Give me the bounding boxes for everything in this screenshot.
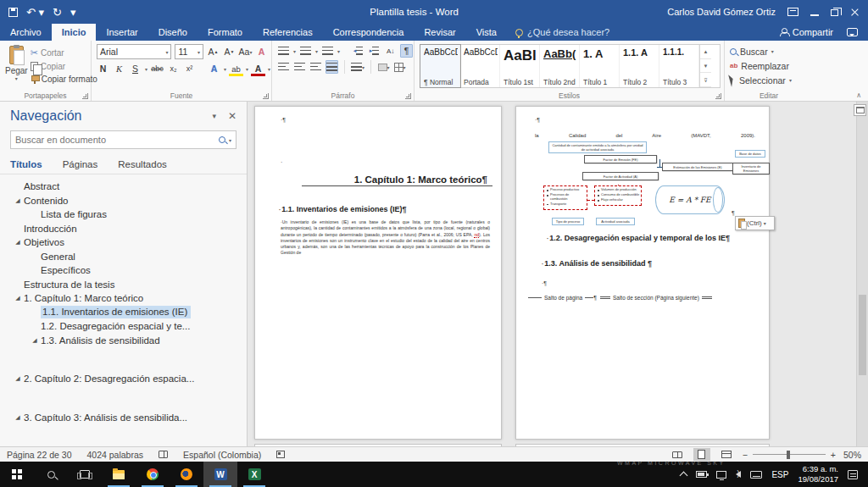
numbering-button[interactable] (299, 44, 312, 58)
tab-correspondencia[interactable]: Correspondencia (323, 24, 415, 41)
paste-button[interactable]: Pegar ▾ (5, 44, 28, 89)
page-indicator[interactable]: Página 22 de 30 (7, 450, 71, 460)
highlight-button[interactable]: ab (230, 62, 242, 75)
change-case-button[interactable]: Aa▾ (239, 45, 252, 58)
nav-tab-titulos[interactable]: Títulos (10, 156, 51, 174)
tab-vista[interactable]: Vista (466, 24, 507, 41)
redo-icon[interactable]: ↻ (53, 7, 62, 18)
nav-item[interactable]: Introducción (0, 222, 247, 236)
borders-button[interactable]: ▾ (393, 60, 406, 74)
styles-more[interactable]: ⊽ (700, 73, 711, 87)
align-left-button[interactable] (277, 60, 290, 74)
start-button[interactable] (0, 462, 34, 487)
touch-keyboard-icon[interactable] (750, 471, 762, 479)
tab-formato[interactable]: Formato (198, 24, 253, 41)
nav-item[interactable]: Lista de figuras (0, 208, 247, 222)
tab-insertar[interactable]: Insertar (96, 24, 147, 41)
align-center-button[interactable] (293, 60, 306, 74)
style-titulo-2nd[interactable]: AaBb(Título 2nd (540, 45, 580, 87)
nav-item[interactable]: ◢1.3. Análisis de sensibilidad (0, 334, 247, 348)
zoom-level[interactable]: 50% (843, 450, 861, 460)
macro-record-icon[interactable] (276, 451, 285, 458)
chrome-button[interactable] (136, 462, 170, 487)
word-count[interactable]: 4024 palabras (86, 450, 143, 460)
action-center-icon[interactable] (848, 470, 858, 479)
style-titulo-3[interactable]: 1.1.1.Título 3 (659, 45, 699, 87)
font-family-combo[interactable]: Arial▾ (97, 44, 171, 59)
taskbar-search-button[interactable] (34, 462, 68, 487)
styles-scroll-up[interactable]: ▲ (700, 45, 711, 59)
justify-button[interactable] (326, 60, 338, 74)
undo-icon[interactable]: ↶ ▾ (26, 7, 44, 18)
nav-item[interactable]: ◢3. Capítulo 3: Análisis de sensibilida.… (0, 411, 247, 425)
document-page-1[interactable]: ·¶ · 1. Capítulo 1: Marco teórico¶ ·1.1.… (254, 106, 502, 440)
excel-taskbar-button[interactable]: X (237, 462, 271, 487)
tab-referencias[interactable]: Referencias (253, 24, 323, 41)
ruler-toggle-button[interactable] (854, 104, 866, 116)
font-color-button[interactable]: A (252, 62, 264, 75)
style-portada[interactable]: AaBbCcDPortada (460, 45, 500, 87)
italic-button[interactable]: K (113, 62, 125, 75)
zoom-slider[interactable]: − + (743, 450, 836, 460)
tray-expand-icon[interactable] (680, 472, 688, 480)
clear-formatting-button[interactable]: A (255, 45, 268, 58)
collapse-triangle-icon[interactable]: ◢ (14, 414, 22, 421)
text-effects-button[interactable]: A (208, 62, 220, 75)
styles-dialog-launcher[interactable] (715, 93, 721, 99)
zoom-in-button[interactable]: + (831, 450, 836, 460)
share-button[interactable]: Compartir (780, 27, 833, 37)
nav-search-icon[interactable] (219, 136, 225, 143)
tell-me-box[interactable]: ¿Qué desea hacer? (507, 24, 618, 41)
font-size-combo[interactable]: 11▾ (175, 44, 203, 59)
clipboard-dialog-launcher[interactable] (82, 93, 88, 99)
zoom-out-button[interactable]: − (743, 450, 748, 460)
scrollbar-thumb[interactable] (859, 295, 866, 375)
collapse-triangle-icon[interactable]: ◢ (14, 197, 22, 204)
cut-button[interactable]: ✂Cortar (28, 47, 100, 59)
vertical-scrollbar[interactable] (856, 102, 868, 446)
select-button[interactable]: Seleccionar▾ (730, 73, 810, 87)
nav-item[interactable]: Estructura de la tesis (0, 278, 247, 292)
proofing-icon[interactable] (159, 451, 168, 458)
decrease-indent-button[interactable]: ◂ (352, 44, 364, 58)
paste-options-button[interactable]: (Ctrl) ▾ (735, 216, 775, 230)
align-right-button[interactable] (309, 60, 322, 74)
bullets-button[interactable] (277, 44, 290, 58)
nav-pane-close-icon[interactable]: ✕ (228, 110, 236, 122)
style-titulo-1[interactable]: 1. ATítulo 1 (580, 45, 620, 87)
sort-button[interactable]: A↓ (384, 44, 397, 58)
close-button[interactable] (850, 8, 860, 17)
tab-diseno[interactable]: Diseño (148, 24, 198, 41)
document-page-2[interactable]: ·¶ la Calidad del Aire (MAVDT, 2009). Ca… (515, 106, 770, 440)
read-mode-button[interactable] (669, 448, 686, 461)
clock[interactable]: 6:39 a. m.19/08/2017 (798, 464, 838, 484)
shrink-font-button[interactable]: A▼ (223, 45, 236, 58)
copy-button[interactable]: Copiar (28, 61, 100, 72)
firefox-button[interactable] (170, 462, 203, 487)
collapse-ribbon-icon[interactable]: ∧ (856, 91, 861, 99)
show-marks-button[interactable]: ¶ (400, 44, 413, 58)
collapse-triangle-icon[interactable]: ◢ (14, 239, 22, 246)
account-name[interactable]: Carlos David Gómez Ortiz (667, 7, 776, 17)
underline-button[interactable]: S (129, 62, 142, 75)
line-spacing-button[interactable]: ▾ (351, 60, 364, 74)
word-taskbar-button[interactable]: W (203, 462, 237, 487)
collapse-triangle-icon[interactable]: ◢ (14, 375, 22, 382)
nav-item[interactable]: Específicos (0, 263, 247, 278)
increase-indent-button[interactable]: ▸ (368, 44, 381, 58)
ribbon-display-options-icon[interactable] (787, 8, 798, 16)
nav-pane-options-icon[interactable]: ▾ (212, 112, 216, 120)
tab-inicio[interactable]: Inicio (52, 24, 97, 41)
find-button[interactable]: Buscar▾ (730, 44, 810, 58)
nav-search-input[interactable] (15, 135, 219, 145)
save-icon[interactable] (8, 8, 18, 17)
replace-button[interactable]: abReemplazar (730, 58, 810, 73)
style-titulo-2[interactable]: 1.1. ATítulo 2 (620, 45, 659, 87)
style-normal[interactable]: AaBbCcD¶ Normal (420, 45, 460, 87)
style-titulo-1st[interactable]: AaBlTítulo 1st (500, 45, 540, 87)
multilevel-list-button[interactable] (321, 44, 334, 58)
grow-font-button[interactable]: A▲ (207, 45, 220, 58)
file-explorer-button[interactable] (102, 462, 136, 487)
nav-item[interactable]: ◢2. Capítulo 2: Desagregación espacia... (0, 372, 247, 386)
format-painter-button[interactable]: Copiar formato (28, 74, 100, 85)
